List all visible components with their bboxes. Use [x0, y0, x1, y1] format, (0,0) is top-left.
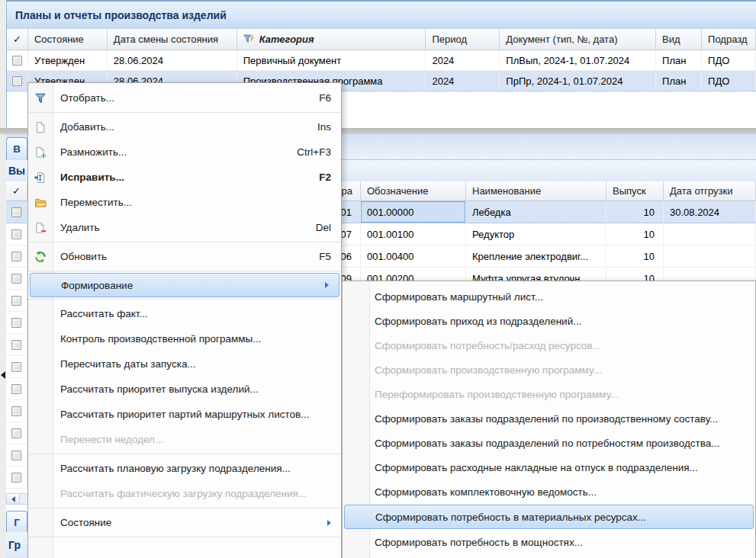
table-cell: 001.00100 — [361, 223, 466, 245]
row-checkbox[interactable] — [11, 451, 21, 460]
menu-item-label: Сформировать расходные накладные на отпу… — [375, 462, 698, 473]
menu-item-label: Сформировать заказы подразделений по про… — [375, 413, 718, 425]
menu-item-shortcut: F6 — [304, 92, 331, 104]
menu-item-orders-by-demand[interactable]: Сформировать заказы подразделений по пот… — [343, 431, 755, 455]
menu-item-label: Размножить... — [60, 146, 127, 158]
column-header[interactable]: Состояние — [28, 29, 108, 50]
table-cell: Лебедка — [466, 201, 606, 223]
menu-item-shortcut: Ctrl+F3 — [281, 146, 331, 158]
menu-item-refresh[interactable]: ОбновитьF5 — [28, 244, 341, 269]
row-checkbox[interactable] — [11, 362, 21, 372]
menu-item-label: Сформировать производственную программу.… — [375, 364, 602, 376]
table-cell: 001.00000 — [361, 201, 466, 223]
row-checkbox-cell — [6, 268, 27, 289]
row-checkbox[interactable] — [11, 406, 21, 416]
row-checkbox[interactable] — [12, 56, 22, 66]
menu-item-label: Сформировать потребность/расход ресурсов… — [375, 340, 601, 351]
menu-item-route-sheet[interactable]: Сформировать маршрутный лист... — [343, 284, 755, 309]
menu-item-label: Сформировать комплектовочную ведомость..… — [375, 486, 597, 498]
menu-item-picking-list[interactable]: Сформировать комплектовочную ведомость..… — [343, 479, 755, 504]
left-margin — [0, 0, 6, 558]
submenu-arrow-icon — [325, 282, 329, 288]
row-checkbox[interactable] — [11, 318, 21, 328]
tab-products[interactable]: В — [6, 137, 27, 160]
column-header[interactable]: Вид — [656, 29, 702, 50]
row-checkbox[interactable] — [11, 384, 21, 394]
select-all-header[interactable]: ✓ — [6, 181, 27, 200]
menu-item-filter[interactable]: Отобрать...F6 — [28, 85, 341, 111]
column-header[interactable]: Документ (тип, №, дата) — [500, 29, 656, 50]
menu-item-transfer-backlog: Перенести недодел... — [28, 427, 341, 452]
filter-lightning-icon — [243, 34, 255, 45]
row-checkbox[interactable] — [11, 296, 21, 306]
menu-item-calc-fact[interactable]: Рассчитать факт... — [28, 301, 341, 326]
menu-separator — [28, 271, 341, 271]
column-header[interactable]: Период — [426, 29, 500, 50]
table-row[interactable]: Утвержден28.06.2024Первичный документ202… — [7, 50, 756, 71]
table-cell: ПДО — [702, 50, 756, 70]
menu-item-expense-invoices[interactable]: Сформировать расходные накладные на отпу… — [343, 455, 755, 479]
column-header[interactable]: Наименование — [466, 181, 606, 200]
column-header[interactable]: Дата смены состояния — [108, 29, 237, 50]
table-cell — [664, 245, 756, 267]
menu-item-recalc-launch-dates[interactable]: Пересчитать даты запуска... — [28, 351, 341, 377]
table-cell: 10 — [606, 223, 664, 245]
menu-item-label: Рассчитать фактическую загрузку подразде… — [60, 488, 307, 499]
table-cell: 2024 — [426, 71, 500, 91]
menu-item-calc-route-priority[interactable]: Рассчитать приоритет партий маршрутных л… — [28, 402, 341, 427]
row-checkbox[interactable] — [11, 428, 21, 438]
menu-item-formation[interactable]: Формирование — [30, 273, 339, 297]
row-checkbox[interactable] — [11, 340, 21, 350]
column-header[interactable]: Выпуск — [606, 181, 664, 200]
menu-item-capacity-demand[interactable]: Сформировать потребность в мощностях... — [343, 530, 755, 554]
page-icon — [34, 121, 47, 133]
menu-item-label: Сформировать потребность в материальных … — [375, 512, 646, 523]
menu-item-label: Удалить — [60, 222, 100, 233]
menu-item-add[interactable]: Добавить...Ins — [28, 114, 341, 140]
menu-item-resource-demand: Сформировать потребность/расход ресурсов… — [343, 333, 755, 358]
column-header[interactable]: Обозначение — [361, 181, 466, 200]
table-cell: Утвержден — [28, 50, 108, 70]
table-cell: План — [656, 50, 702, 70]
menu-item-incoming-from-departments[interactable]: Сформировать приход из подразделений... — [343, 309, 755, 333]
menu-item-duplicate[interactable]: Размножить...Ctrl+F3 — [28, 140, 341, 165]
row-checkbox[interactable] — [11, 473, 21, 483]
row-checkbox-cell — [7, 50, 28, 70]
menu-separator — [28, 454, 341, 454]
splitter-collapse-icon[interactable] — [1, 371, 5, 379]
menu-item-control-program[interactable]: Контроль производственной программы... — [28, 326, 341, 351]
menu-item-label: Рассчитать факт... — [60, 308, 148, 319]
row-checkbox[interactable] — [12, 76, 22, 86]
row-checkbox[interactable] — [11, 274, 21, 284]
menu-item-delete[interactable]: УдалитьDel — [28, 215, 341, 240]
menu-item-shortcut: Del — [301, 222, 331, 233]
menu-item-calc-actual-load: Рассчитать фактическую загрузку подразде… — [28, 481, 341, 506]
tab-graph[interactable]: Г — [6, 511, 27, 534]
menu-item-orders-by-structure[interactable]: Сформировать заказы подразделений по про… — [343, 406, 755, 431]
menu-item-label: Пересчитать даты запуска... — [60, 358, 196, 370]
menu-item-material-demand[interactable]: Сформировать потребность в материальных … — [344, 505, 754, 529]
select-all-header[interactable]: ✓ — [7, 29, 28, 50]
table-cell: 2024 — [426, 50, 500, 70]
row-checkbox[interactable] — [11, 229, 21, 239]
menu-item-move[interactable]: Переместить... — [28, 190, 341, 215]
menu-item-calc-product-priority[interactable]: Рассчитать приоритет выпуска изделий... — [28, 377, 341, 402]
menu-item-state[interactable]: Состояние — [28, 510, 341, 535]
edit-icon — [34, 172, 47, 184]
context-menu: Отобрать...F6Добавить...InsРазмножить...… — [27, 82, 342, 558]
menu-item-shortcut: F2 — [304, 172, 331, 183]
column-header[interactable]: Подразд — [702, 29, 756, 50]
column-header[interactable]: Дата отгрузки — [664, 181, 756, 200]
menu-item-calc-planned-load[interactable]: Рассчитать плановую загрузку подразделен… — [28, 456, 341, 481]
row-checkbox[interactable] — [11, 252, 21, 261]
menu-separator — [28, 537, 341, 537]
table-cell — [664, 223, 756, 245]
column-header[interactable]: Категория — [237, 29, 426, 50]
menu-item-label: Переместить... — [60, 197, 132, 208]
table-cell: План — [656, 71, 702, 91]
scroll-left-button[interactable] — [7, 494, 20, 504]
menu-item-label: Сформировать приход из подразделений... — [375, 316, 581, 327]
menu-item-edit[interactable]: Исправить...F2 — [28, 165, 341, 190]
menu-item-reform-production-program: Переформировать производственную програм… — [343, 382, 755, 406]
row-checkbox[interactable] — [11, 207, 21, 217]
